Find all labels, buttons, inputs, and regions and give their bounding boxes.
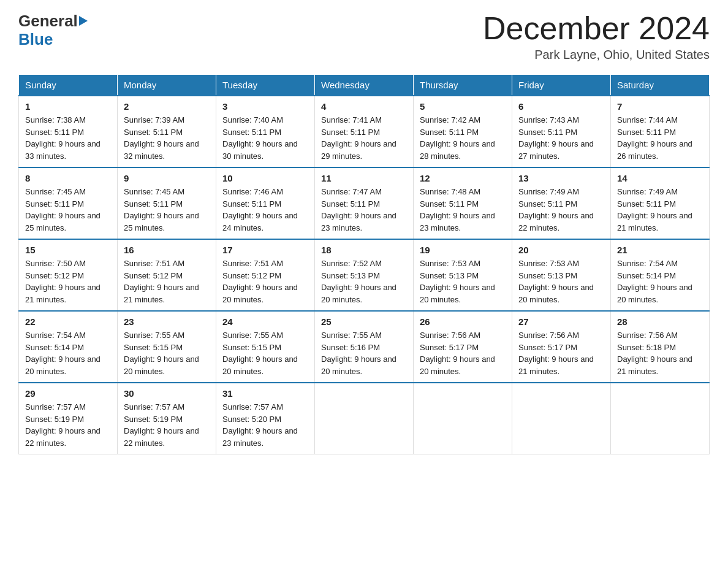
day-info: Sunrise: 7:41 AMSunset: 5:11 PMDaylight:…	[321, 114, 407, 162]
day-info: Sunrise: 7:49 AMSunset: 5:11 PMDaylight:…	[617, 186, 703, 234]
calendar-cell: 31Sunrise: 7:57 AMSunset: 5:20 PMDayligh…	[216, 383, 315, 454]
day-number: 16	[124, 245, 210, 255]
calendar-body: 1Sunrise: 7:38 AMSunset: 5:11 PMDaylight…	[19, 96, 710, 454]
day-info: Sunrise: 7:55 AMSunset: 5:15 PMDaylight:…	[222, 329, 308, 377]
day-info: Sunrise: 7:44 AMSunset: 5:11 PMDaylight:…	[617, 114, 703, 162]
calendar-cell: 26Sunrise: 7:56 AMSunset: 5:17 PMDayligh…	[414, 311, 512, 383]
calendar-cell: 28Sunrise: 7:56 AMSunset: 5:18 PMDayligh…	[611, 311, 710, 383]
day-info: Sunrise: 7:45 AMSunset: 5:11 PMDaylight:…	[25, 186, 111, 234]
column-header-sunday: Sunday	[19, 75, 118, 96]
day-info: Sunrise: 7:39 AMSunset: 5:11 PMDaylight:…	[124, 114, 210, 162]
calendar-cell: 21Sunrise: 7:54 AMSunset: 5:14 PMDayligh…	[611, 239, 710, 311]
logo-arrow-icon	[79, 16, 88, 26]
day-info: Sunrise: 7:38 AMSunset: 5:11 PMDaylight:…	[25, 114, 111, 162]
calendar-cell: 10Sunrise: 7:46 AMSunset: 5:11 PMDayligh…	[216, 167, 315, 239]
day-number: 19	[420, 245, 506, 255]
day-number: 23	[124, 316, 210, 327]
calendar-table: SundayMondayTuesdayWednesdayThursdayFrid…	[18, 74, 710, 454]
day-number: 24	[222, 316, 308, 327]
day-info: Sunrise: 7:56 AMSunset: 5:18 PMDaylight:…	[617, 329, 703, 377]
calendar-cell: 14Sunrise: 7:49 AMSunset: 5:11 PMDayligh…	[611, 167, 710, 239]
day-info: Sunrise: 7:43 AMSunset: 5:11 PMDaylight:…	[518, 114, 604, 162]
logo-general: General	[18, 12, 78, 30]
day-number: 10	[222, 173, 308, 183]
calendar-week-5: 29Sunrise: 7:57 AMSunset: 5:19 PMDayligh…	[19, 383, 710, 454]
day-number: 13	[518, 173, 604, 183]
day-number: 14	[617, 173, 703, 183]
day-info: Sunrise: 7:46 AMSunset: 5:11 PMDaylight:…	[222, 186, 308, 234]
day-info: Sunrise: 7:55 AMSunset: 5:15 PMDaylight:…	[124, 329, 210, 377]
calendar-cell: 20Sunrise: 7:53 AMSunset: 5:13 PMDayligh…	[512, 239, 611, 311]
calendar-cell: 19Sunrise: 7:53 AMSunset: 5:13 PMDayligh…	[414, 239, 512, 311]
column-header-friday: Friday	[512, 75, 611, 96]
calendar-cell: 12Sunrise: 7:48 AMSunset: 5:11 PMDayligh…	[414, 167, 512, 239]
calendar-cell: 8Sunrise: 7:45 AMSunset: 5:11 PMDaylight…	[19, 167, 118, 239]
calendar-cell: 2Sunrise: 7:39 AMSunset: 5:11 PMDaylight…	[118, 96, 216, 167]
calendar-cell: 17Sunrise: 7:51 AMSunset: 5:12 PMDayligh…	[216, 239, 315, 311]
calendar-cell: 23Sunrise: 7:55 AMSunset: 5:15 PMDayligh…	[118, 311, 216, 383]
column-header-wednesday: Wednesday	[315, 75, 414, 96]
day-number: 9	[124, 173, 210, 183]
day-info: Sunrise: 7:54 AMSunset: 5:14 PMDaylight:…	[617, 258, 703, 305]
calendar-cell: 4Sunrise: 7:41 AMSunset: 5:11 PMDaylight…	[315, 96, 414, 167]
calendar-week-1: 1Sunrise: 7:38 AMSunset: 5:11 PMDaylight…	[19, 96, 710, 167]
day-info: Sunrise: 7:48 AMSunset: 5:11 PMDaylight:…	[420, 186, 506, 234]
day-number: 27	[518, 316, 604, 327]
day-number: 20	[518, 245, 604, 255]
location-subtitle: Park Layne, Ohio, United States	[483, 48, 710, 62]
day-info: Sunrise: 7:52 AMSunset: 5:13 PMDaylight:…	[321, 258, 407, 305]
day-number: 4	[321, 101, 407, 112]
day-info: Sunrise: 7:56 AMSunset: 5:17 PMDaylight:…	[420, 329, 506, 377]
title-block: December 2024 Park Layne, Ohio, United S…	[483, 12, 710, 62]
day-info: Sunrise: 7:51 AMSunset: 5:12 PMDaylight:…	[222, 258, 308, 305]
calendar-cell: 18Sunrise: 7:52 AMSunset: 5:13 PMDayligh…	[315, 239, 414, 311]
month-title: December 2024	[483, 12, 710, 44]
calendar-cell: 3Sunrise: 7:40 AMSunset: 5:11 PMDaylight…	[216, 96, 315, 167]
calendar-cell: 30Sunrise: 7:57 AMSunset: 5:19 PMDayligh…	[118, 383, 216, 454]
day-number: 31	[222, 388, 308, 399]
day-info: Sunrise: 7:56 AMSunset: 5:17 PMDaylight:…	[518, 329, 604, 377]
calendar-cell: 13Sunrise: 7:49 AMSunset: 5:11 PMDayligh…	[512, 167, 611, 239]
day-number: 30	[124, 388, 210, 399]
day-number: 25	[321, 316, 407, 327]
calendar-week-4: 22Sunrise: 7:54 AMSunset: 5:14 PMDayligh…	[19, 311, 710, 383]
calendar-cell: 24Sunrise: 7:55 AMSunset: 5:15 PMDayligh…	[216, 311, 315, 383]
day-number: 28	[617, 316, 703, 327]
calendar-cell: 5Sunrise: 7:42 AMSunset: 5:11 PMDaylight…	[414, 96, 512, 167]
day-info: Sunrise: 7:53 AMSunset: 5:13 PMDaylight:…	[420, 258, 506, 305]
calendar-cell: 7Sunrise: 7:44 AMSunset: 5:11 PMDaylight…	[611, 96, 710, 167]
calendar-cell: 27Sunrise: 7:56 AMSunset: 5:17 PMDayligh…	[512, 311, 611, 383]
calendar-cell: 16Sunrise: 7:51 AMSunset: 5:12 PMDayligh…	[118, 239, 216, 311]
day-info: Sunrise: 7:51 AMSunset: 5:12 PMDaylight:…	[124, 258, 210, 305]
day-info: Sunrise: 7:47 AMSunset: 5:11 PMDaylight:…	[321, 186, 407, 234]
calendar-cell: 9Sunrise: 7:45 AMSunset: 5:11 PMDaylight…	[118, 167, 216, 239]
day-info: Sunrise: 7:53 AMSunset: 5:13 PMDaylight:…	[518, 258, 604, 305]
calendar-cell: 25Sunrise: 7:55 AMSunset: 5:16 PMDayligh…	[315, 311, 414, 383]
column-header-tuesday: Tuesday	[216, 75, 315, 96]
calendar-week-2: 8Sunrise: 7:45 AMSunset: 5:11 PMDaylight…	[19, 167, 710, 239]
day-info: Sunrise: 7:54 AMSunset: 5:14 PMDaylight:…	[25, 329, 111, 377]
calendar-cell	[315, 383, 414, 454]
calendar-cell: 15Sunrise: 7:50 AMSunset: 5:12 PMDayligh…	[19, 239, 118, 311]
calendar-cell: 11Sunrise: 7:47 AMSunset: 5:11 PMDayligh…	[315, 167, 414, 239]
page-header: General Blue December 2024 Park Layne, O…	[18, 12, 710, 62]
calendar-cell	[414, 383, 512, 454]
day-number: 5	[420, 101, 506, 112]
day-info: Sunrise: 7:55 AMSunset: 5:16 PMDaylight:…	[321, 329, 407, 377]
day-info: Sunrise: 7:40 AMSunset: 5:11 PMDaylight:…	[222, 114, 308, 162]
calendar-cell: 6Sunrise: 7:43 AMSunset: 5:11 PMDaylight…	[512, 96, 611, 167]
logo-blue: Blue	[18, 31, 53, 49]
calendar-header-row: SundayMondayTuesdayWednesdayThursdayFrid…	[19, 75, 710, 96]
calendar-cell: 29Sunrise: 7:57 AMSunset: 5:19 PMDayligh…	[19, 383, 118, 454]
day-number: 12	[420, 173, 506, 183]
calendar-cell: 1Sunrise: 7:38 AMSunset: 5:11 PMDaylight…	[19, 96, 118, 167]
day-number: 8	[25, 173, 111, 183]
day-number: 29	[25, 388, 111, 399]
day-number: 18	[321, 245, 407, 255]
day-info: Sunrise: 7:57 AMSunset: 5:20 PMDaylight:…	[222, 401, 308, 449]
day-number: 17	[222, 245, 308, 255]
day-number: 21	[617, 245, 703, 255]
column-header-monday: Monday	[118, 75, 216, 96]
calendar-cell	[611, 383, 710, 454]
day-info: Sunrise: 7:49 AMSunset: 5:11 PMDaylight:…	[518, 186, 604, 234]
